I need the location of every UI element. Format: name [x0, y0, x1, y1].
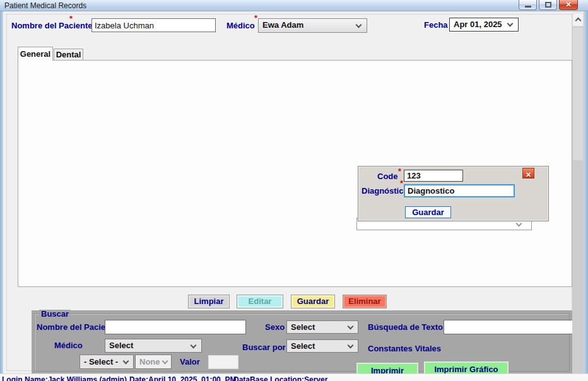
scrollbar-thumb[interactable]: [573, 28, 583, 160]
criterio-value: - Select -: [84, 358, 118, 366]
chevron-up-icon: [575, 18, 582, 24]
buscar-legend: Buscar: [39, 310, 71, 318]
fecha-value: Apr 01, 2025: [454, 20, 502, 29]
popup-code-required-asterisk: *: [398, 169, 401, 174]
buscar-sexo-value: Select: [291, 323, 315, 332]
popup-guardar-button[interactable]: Guardar: [405, 206, 451, 218]
popup-diagnostico-required-asterisk: *: [400, 181, 403, 186]
close-button[interactable]: ✕: [559, 0, 578, 10]
medico-required-asterisk: *: [254, 16, 257, 21]
titlebar: Patient Medical Records: [0, 0, 588, 11]
buscar-por-label: Buscar por: [242, 343, 286, 351]
statusbar: Login Name:Jack Williams (admin) Date:Ap…: [0, 373, 588, 381]
chevron-down-icon: [191, 343, 197, 349]
status-db-location: DataBase Location:Server: [233, 375, 327, 381]
buscar-medico-label: Médico: [54, 341, 83, 349]
minimize-icon: [525, 6, 531, 8]
valor-input[interactable]: [208, 355, 238, 369]
patient-name-label: Nombre del Paciente: [11, 21, 93, 30]
patient-name-input[interactable]: [91, 18, 216, 32]
eliminar-label: Eliminar: [348, 296, 380, 306]
guardar-label: Guardar: [297, 296, 329, 306]
guardar-button[interactable]: Guardar: [291, 295, 335, 308]
status-login: Login Name:Jack Williams (admin): [2, 375, 127, 381]
window-title: Patient Medical Records: [4, 1, 86, 10]
medico-label: Médico: [226, 21, 255, 30]
buscar-por-select[interactable]: Select: [286, 339, 358, 353]
chevron-down-icon: [348, 324, 354, 330]
patient-medical-records-window: Patient Medical Records ✕ Nombre del Pac…: [0, 0, 588, 381]
limpiar-button[interactable]: Limpiar: [188, 295, 230, 308]
chevron-down-icon: [516, 221, 522, 227]
buscar-por-value: Select: [291, 342, 315, 351]
valor-label: Valor: [180, 358, 200, 366]
chevron-down-icon: [162, 358, 168, 365]
chevron-down-icon: [123, 358, 129, 365]
popup-code-input[interactable]: [404, 170, 463, 182]
popup-close-button[interactable]: ✕: [522, 168, 534, 179]
minimize-button[interactable]: [519, 0, 537, 10]
patient-name-required-asterisk: *: [69, 16, 73, 21]
scrollbar-up-button[interactable]: [572, 13, 584, 26]
close-icon: ✕: [560, 1, 577, 9]
buscar-nombre-input[interactable]: [105, 320, 246, 334]
tab-general-label: General: [20, 49, 50, 59]
medico-select[interactable]: Ewa Adam: [258, 18, 367, 33]
editar-label: Editar: [249, 296, 272, 306]
popup-guardar-label: Guardar: [412, 208, 444, 217]
none-value: None: [139, 358, 160, 366]
popup-diagnostico-input[interactable]: [404, 184, 515, 197]
tab-general[interactable]: General: [18, 47, 53, 61]
vertical-scrollbar[interactable]: [572, 13, 584, 373]
imprimir-grafico-label: Imprimir Gráfico: [434, 365, 498, 374]
busqueda-texto-input[interactable]: [444, 320, 574, 334]
popup-diagnostico-label: Diagnóstico: [362, 187, 408, 195]
maximize-icon: [545, 2, 551, 8]
chevron-down-icon: [507, 21, 514, 27]
chevron-down-icon: [348, 343, 354, 349]
none-select[interactable]: None: [135, 355, 172, 369]
fecha-label: Fecha: [424, 21, 448, 29]
buscar-medico-select[interactable]: Select: [105, 339, 202, 353]
tab-dental-label: Dental: [56, 50, 81, 59]
criterio-select[interactable]: - Select -: [79, 355, 134, 369]
window-border-left: [0, 11, 3, 381]
editar-button[interactable]: Editar: [237, 295, 283, 308]
tab-dental[interactable]: Dental: [54, 49, 83, 61]
buscar-sexo-label: Sexo: [265, 323, 285, 331]
maximize-button[interactable]: [539, 0, 557, 10]
fecha-date-picker[interactable]: Apr 01, 2025: [449, 18, 519, 32]
medico-selected-value: Ewa Adam: [262, 21, 303, 30]
limpiar-label: Limpiar: [194, 296, 224, 306]
constantes-vitales-search-label: Constantes Vitales: [368, 344, 441, 353]
popup-code-label: Code: [377, 172, 398, 180]
popup-close-icon: ✕: [526, 171, 531, 179]
buscar-sexo-select[interactable]: Select: [286, 320, 358, 334]
chevron-down-icon: [356, 22, 362, 28]
window-border-right: [584, 11, 588, 381]
buscar-medico-value: Select: [109, 341, 133, 350]
busqueda-texto-label: Búsqueda de Texto: [368, 323, 443, 331]
status-date: Date:April 10, 2025, 01:00 PM: [129, 375, 236, 381]
eliminar-button[interactable]: Eliminar: [343, 295, 387, 308]
